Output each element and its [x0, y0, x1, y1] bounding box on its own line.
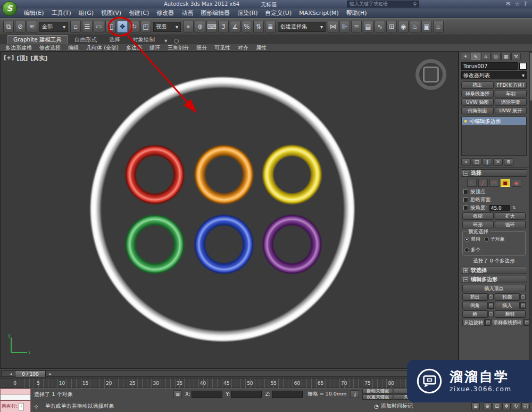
- add-time-tag[interactable]: ◔ 添加时间标记: [374, 402, 413, 410]
- absolute-mode-icon[interactable]: ⊞: [471, 402, 480, 410]
- menu-animation[interactable]: 动画: [178, 9, 197, 18]
- menu-customize[interactable]: 自定义(U): [262, 9, 296, 18]
- subobject-polygon-icon[interactable]: ■: [501, 179, 510, 187]
- modifier-set-spline-select[interactable]: 样条线选择: [461, 90, 494, 97]
- rollout-collapse-icon[interactable]: −: [463, 171, 468, 176]
- object-color-swatch[interactable]: [519, 63, 527, 70]
- bevel-settings-icon[interactable]: □: [488, 302, 494, 309]
- inset-button[interactable]: 插入: [495, 302, 520, 309]
- panel-scrollbar[interactable]: [529, 52, 532, 369]
- panel-scrollbar-handle[interactable]: [530, 53, 532, 101]
- panel-tab-utilities[interactable]: ⚒: [511, 53, 521, 60]
- subobject-edge-icon[interactable]: ╱: [478, 179, 488, 187]
- pan-icon[interactable]: ✥: [502, 402, 511, 410]
- torus-blue[interactable]: [193, 213, 255, 275]
- z-field[interactable]: [272, 391, 303, 398]
- angle-field[interactable]: 45.0: [489, 205, 510, 211]
- ribbon-panel-triangulation[interactable]: 三角剖分: [164, 44, 192, 52]
- modifier-set-unwrap-uvw[interactable]: UVW 展开: [495, 107, 527, 114]
- object-name-field[interactable]: [461, 62, 518, 70]
- bind-to-space-warp-icon[interactable]: ≋: [27, 21, 37, 32]
- viewport-menu-pov[interactable]: [顶]: [16, 54, 28, 62]
- material-editor-icon[interactable]: ◉: [398, 21, 409, 32]
- ignore-backfacing-checkbox[interactable]: 忽略背面: [459, 196, 529, 204]
- ribbon-minimize-icon[interactable]: ▾: [162, 37, 170, 44]
- checkbox-icon[interactable]: [463, 205, 468, 210]
- checkbox-icon[interactable]: [463, 189, 468, 194]
- preview-option-multi[interactable]: 多个: [464, 246, 480, 253]
- select-and-link-icon[interactable]: ⧉: [3, 21, 14, 32]
- macro-recorder-pane[interactable]: [0, 389, 31, 394]
- snap-toggle-icon[interactable]: 3: [218, 21, 229, 32]
- modifier-set-uvw-map[interactable]: UVW 贴图: [461, 98, 494, 106]
- menu-edit[interactable]: 编辑(E): [20, 9, 48, 18]
- outline-settings-icon[interactable]: □: [520, 294, 526, 300]
- hinge-from-edge-settings-icon[interactable]: □: [485, 319, 491, 326]
- bevel-button[interactable]: 倒角: [462, 302, 488, 309]
- viewport-menu-general[interactable]: [+]: [4, 54, 14, 62]
- extrude-along-spline-button[interactable]: 沿样条线挤出: [492, 319, 523, 326]
- percent-snap-icon[interactable]: %: [242, 21, 252, 32]
- layer-manager-icon[interactable]: ≡: [351, 21, 362, 32]
- next-key-icon[interactable]: ▸: [48, 372, 53, 376]
- menu-create[interactable]: 创建(C): [125, 9, 153, 18]
- rollout-expand-icon[interactable]: +: [463, 268, 468, 273]
- help-icon[interactable]: ?: [524, 1, 527, 7]
- ribbon-panel-modify-selection[interactable]: 修改选择: [36, 44, 64, 52]
- modifier-set-turbosmooth[interactable]: 涡轮平滑: [495, 98, 527, 106]
- rollout-soft-selection[interactable]: + 软选择: [461, 267, 527, 274]
- outer-torus[interactable]: [89, 76, 355, 342]
- menu-rendering[interactable]: 渲染(R): [234, 9, 261, 18]
- flip-button[interactable]: 翻转: [495, 310, 526, 318]
- ribbon-config-icon[interactable]: ○: [171, 37, 181, 44]
- favorites-star-icon[interactable]: ☆: [515, 1, 520, 7]
- listener-channel-box[interactable]: 所有行: ‹: [0, 400, 31, 412]
- configure-modifier-sets-icon[interactable]: ⚙: [504, 158, 513, 166]
- select-by-name-icon[interactable]: ☰: [82, 21, 93, 32]
- named-selection-dropdown[interactable]: 创建选择集▾: [278, 22, 326, 32]
- ribbon-panel-visibility[interactable]: 可见性: [211, 44, 234, 52]
- zoom-extents-icon[interactable]: ⊡: [493, 402, 501, 410]
- by-vertex-checkbox[interactable]: 按顶点: [459, 188, 529, 196]
- hinge-from-edge-button[interactable]: 从边旋转: [462, 319, 485, 326]
- ribbon-panel-polygon-modeling[interactable]: 多边形建模: [2, 44, 35, 52]
- ribbon-tab-graphite-modeling-tools[interactable]: Graphite 建模工具: [7, 35, 68, 44]
- menu-graph-editors[interactable]: 图形编辑器: [197, 9, 234, 18]
- torus-green[interactable]: [124, 213, 186, 275]
- modifier-stack[interactable]: ▪可编辑多边形: [461, 117, 527, 156]
- radio-icon[interactable]: [464, 237, 469, 242]
- rollout-selection[interactable]: − 选择: [461, 169, 527, 177]
- stack-item-editable-poly[interactable]: ▪可编辑多边形: [462, 117, 526, 125]
- ribbon-panel-properties[interactable]: 属性: [253, 44, 270, 52]
- infocenter-search[interactable]: 键入关键字或短语 ⚲: [347, 1, 419, 7]
- graphite-toggle-icon[interactable]: ▤: [363, 21, 373, 32]
- ribbon-panel-subdivision[interactable]: 细分: [193, 44, 210, 52]
- spinner-snap-icon[interactable]: ⇅: [253, 21, 264, 32]
- modifier-set-bevel-profile[interactable]: 倒角剖面: [461, 107, 494, 114]
- shrink-button[interactable]: 收缩: [462, 212, 494, 220]
- preview-option-subobj[interactable]: 子对象: [484, 236, 505, 243]
- schematic-view-icon[interactable]: ⊞: [386, 21, 397, 32]
- extrude-settings-icon[interactable]: □: [488, 294, 494, 300]
- keyboard-override-icon[interactable]: ⌨: [206, 21, 217, 32]
- rollout-collapse-icon[interactable]: −: [463, 277, 468, 282]
- ribbon-tab-selection[interactable]: 选择: [104, 36, 126, 44]
- zoom-icon[interactable]: ⊕: [483, 402, 492, 410]
- app-logo[interactable]: S: [2, 1, 17, 16]
- torus-yellow[interactable]: [261, 144, 323, 205]
- subobject-element-icon[interactable]: ◆: [512, 179, 521, 187]
- torus-purple[interactable]: [261, 213, 323, 275]
- panel-tab-display[interactable]: ▦: [501, 53, 511, 60]
- ribbon-panel-align[interactable]: 对齐: [235, 44, 252, 52]
- show-end-result-icon[interactable]: ◫: [472, 158, 481, 166]
- select-object-icon[interactable]: ▫: [70, 21, 81, 32]
- maxscript-mini-listener[interactable]: [0, 389, 31, 400]
- auto-key-button[interactable]: 自动关键点: [362, 389, 393, 394]
- ring-button[interactable]: 环形: [462, 221, 494, 228]
- render-setup-icon[interactable]: ♨: [410, 21, 420, 32]
- ribbon-panel-polygons[interactable]: 多边形: [123, 44, 145, 52]
- menu-group[interactable]: 组(G): [75, 9, 97, 18]
- select-and-move-icon[interactable]: ✥: [117, 21, 128, 32]
- loop-button[interactable]: 循环: [495, 221, 526, 228]
- curve-editor-icon[interactable]: ∿: [375, 21, 385, 32]
